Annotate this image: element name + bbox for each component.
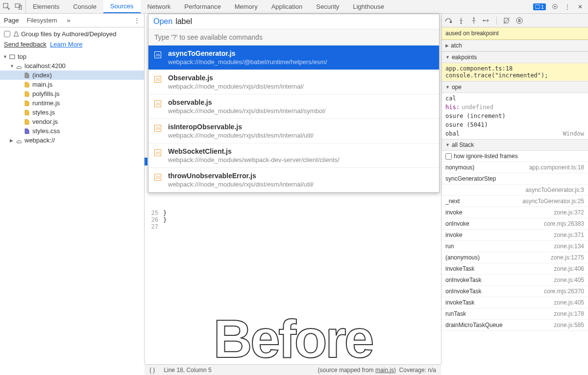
pause-exceptions-icon[interactable]: [515, 17, 523, 24]
tab-application[interactable]: Application: [265, 0, 310, 13]
quick-open-item[interactable]: JSWebSocketClient.jswebpack:///node_modu…: [148, 143, 439, 168]
svg-rect-3: [535, 5, 540, 8]
tree-file-styles-css[interactable]: styles.css: [0, 126, 144, 136]
callstack-item[interactable]: nonymous)app.component.ts:18: [441, 162, 588, 173]
callstack-item[interactable]: asyncToGenerator.js:3: [441, 185, 588, 196]
step-over-icon[interactable]: [444, 17, 452, 24]
quick-open-input-row: Open: [148, 14, 439, 29]
deactivate-breakpoints-icon[interactable]: [503, 17, 511, 24]
callstack-header[interactable]: ▼all Stack: [441, 139, 588, 151]
nav-kebab-icon[interactable]: ⋮: [134, 17, 140, 24]
nav-tab-page[interactable]: Page: [4, 17, 19, 24]
debugger-toolbar: [441, 14, 588, 27]
tree-file-styles-js[interactable]: styles.js: [0, 108, 144, 117]
callstack-item[interactable]: onInvokeTaskcore.mjs:26370: [441, 286, 588, 297]
toolbar-right: 1 ⋮ ✕: [533, 0, 588, 13]
tree-file-index[interactable]: (index): [0, 70, 144, 80]
callstack-item[interactable]: invokezone.js:371: [441, 230, 588, 241]
scope-closure-1[interactable]: osure (increment): [441, 112, 588, 120]
group-files-row[interactable]: Group files by Authored/Deployed: [0, 27, 144, 41]
watch-header[interactable]: ▶atch: [441, 40, 588, 51]
group-files-label: Group files by Authored/Deployed: [21, 30, 116, 38]
svg-point-5: [554, 6, 556, 7]
toolbar-left-icons: [0, 0, 26, 13]
quick-open-item[interactable]: JSObservable.jswebpack:///node_modules/r…: [148, 70, 439, 94]
tree-file-main[interactable]: main.js: [0, 80, 144, 89]
quick-open-item[interactable]: JSisInteropObservable.jswebpack:///node_…: [148, 119, 439, 143]
breakpoint-item[interactable]: app.component.ts:18 console.trace("incre…: [441, 63, 588, 81]
pretty-print-icon[interactable]: { }: [149, 367, 155, 374]
tab-console[interactable]: Console: [66, 0, 103, 13]
coverage-info: Coverage: n/a: [399, 367, 436, 374]
tree-host[interactable]: ▼localhost:4200: [0, 61, 144, 70]
scope-global[interactable]: obalWindow: [441, 129, 588, 138]
nav-more-icon[interactable]: »: [67, 17, 71, 24]
issues-badge[interactable]: 1: [533, 3, 546, 10]
svg-rect-6: [10, 55, 15, 59]
quick-open-dialog: Open Type '?' to see available commands …: [148, 14, 440, 193]
navigator-panel: Page Filesystem » ⋮ Group files by Autho…: [0, 14, 145, 364]
quick-open-item[interactable]: JSasyncToGenerator.jswebpack:///node_mod…: [148, 46, 439, 70]
tree-file-vendor[interactable]: vendor.js: [0, 117, 144, 126]
callstack-item[interactable]: (anonymous)zone.js:1275: [441, 252, 588, 263]
editor-statusbar: { } Line 18, Column 5 (source mapped fro…: [145, 364, 441, 375]
inspect-icon[interactable]: [3, 3, 11, 11]
callstack-list: nonymous)app.component.ts:18syncGenerato…: [441, 162, 588, 331]
tab-memory[interactable]: Memory: [228, 0, 265, 13]
tree-file-runtime[interactable]: runtime.js: [0, 98, 144, 108]
quick-open-list[interactable]: JSasyncToGenerator.jswebpack:///node_mod…: [148, 46, 439, 192]
cursor-position: Line 18, Column 5: [164, 367, 211, 374]
gear-icon[interactable]: [551, 3, 559, 11]
quick-open-input[interactable]: [175, 17, 434, 26]
tab-lighthouse[interactable]: Lighthouse: [346, 0, 391, 13]
callstack-item[interactable]: onInvokeTaskzone.js:405: [441, 275, 588, 286]
scope-local[interactable]: cal: [441, 94, 588, 103]
devtools-toolbar: Elements Console Sources Network Perform…: [0, 0, 588, 14]
show-ignore-listed-checkbox[interactable]: [445, 153, 452, 160]
callstack-item[interactable]: _nextasyncToGenerator.js:25: [441, 196, 588, 207]
file-icon: JS: [154, 174, 161, 181]
step-out-icon[interactable]: [470, 17, 478, 24]
scope-closure-2[interactable]: osure (5041): [441, 120, 588, 129]
tree-file-polyfills[interactable]: polyfills.js: [0, 89, 144, 98]
tab-security[interactable]: Security: [309, 0, 346, 13]
callstack-item[interactable]: invokeTaskzone.js:405: [441, 297, 588, 308]
tab-network[interactable]: Network: [141, 0, 178, 13]
tree-webpack[interactable]: ▶webpack://: [0, 136, 144, 145]
quick-open-item[interactable]: JSobservable.jswebpack:///node_modules/r…: [148, 94, 439, 119]
callstack-item[interactable]: runzone.js:134: [441, 241, 588, 252]
code-area[interactable]: 25 } 26} 27: [148, 210, 441, 230]
toolbar-separator: [496, 17, 497, 24]
kebab-icon[interactable]: ⋮: [564, 3, 571, 11]
send-feedback-link[interactable]: Send feedback: [4, 41, 47, 48]
callstack-item[interactable]: onInvokecore.mjs:26383: [441, 218, 588, 230]
device-icon[interactable]: [15, 3, 23, 11]
group-files-checkbox[interactable]: [4, 31, 10, 37]
callstack-item[interactable]: invokezone.js:372: [441, 207, 588, 218]
scope-header[interactable]: ▼ope: [441, 81, 588, 93]
learn-more-link[interactable]: Learn More: [50, 41, 82, 48]
tab-elements[interactable]: Elements: [26, 0, 66, 13]
callstack-item[interactable]: runTaskzone.js:178: [441, 308, 588, 320]
scope-body: cal his:undefined osure (increment) osur…: [441, 93, 588, 139]
callstack-item[interactable]: drainMicroTaskQueuezone.js:585: [441, 320, 588, 331]
tab-sources[interactable]: Sources: [103, 0, 141, 13]
step-into-icon[interactable]: [457, 17, 465, 24]
breakpoints-header[interactable]: ▼eakpoints: [441, 51, 588, 63]
close-icon[interactable]: ✕: [576, 3, 584, 11]
quick-open-prefix: Open: [153, 17, 172, 26]
svg-rect-13: [520, 19, 521, 22]
step-icon[interactable]: [483, 17, 490, 24]
source-mapped-link[interactable]: main.js: [375, 367, 394, 374]
callstack-item[interactable]: invokeTaskzone.js:406: [441, 263, 588, 275]
tab-performance[interactable]: Performance: [177, 0, 227, 13]
svg-point-9: [473, 17, 475, 19]
tree-top[interactable]: ▼top: [0, 52, 144, 61]
quick-open-item[interactable]: JSthrowUnobservableError.jswebpack:///no…: [148, 168, 439, 192]
scope-this: his:undefined: [441, 103, 588, 112]
show-ignore-listed-row[interactable]: how ignore-listed frames: [441, 151, 588, 162]
nav-tab-filesystem[interactable]: Filesystem: [26, 17, 57, 24]
svg-point-11: [516, 18, 522, 23]
callstack-item[interactable]: syncGeneratorStep: [441, 173, 588, 185]
overlay-label: Before: [213, 307, 372, 370]
